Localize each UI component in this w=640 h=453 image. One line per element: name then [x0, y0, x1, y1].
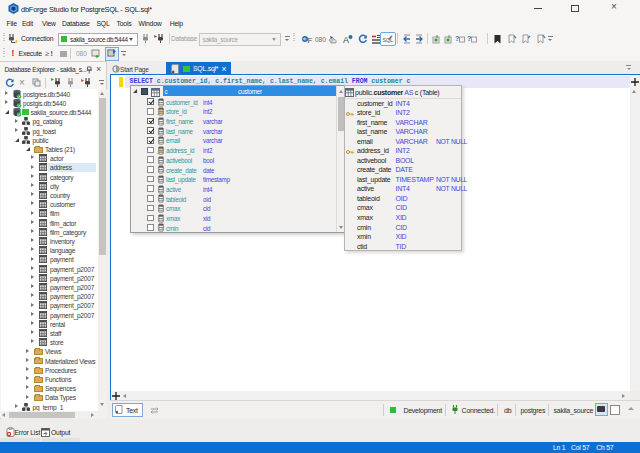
svg-text:080: 080 [315, 36, 326, 43]
svg-text:?: ? [467, 35, 471, 42]
svg-text:080: 080 [76, 50, 87, 57]
svg-text:≥: ≥ [45, 49, 49, 58]
svg-text:!: ! [51, 49, 54, 58]
svg-text:F: F [307, 36, 312, 45]
svg-text:?: ? [455, 35, 459, 42]
svg-text:A: A [343, 35, 349, 44]
